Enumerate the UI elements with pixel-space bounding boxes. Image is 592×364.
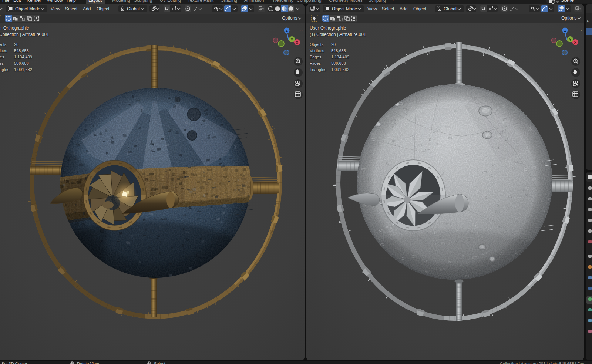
svg-text:Z: Z bbox=[286, 28, 288, 33]
svg-text:X: X bbox=[574, 40, 577, 44]
svg-text:Z: Z bbox=[564, 28, 566, 33]
svg-text:X: X bbox=[296, 40, 299, 44]
svg-text:Y: Y bbox=[569, 37, 572, 41]
svg-text:Y: Y bbox=[291, 37, 293, 41]
